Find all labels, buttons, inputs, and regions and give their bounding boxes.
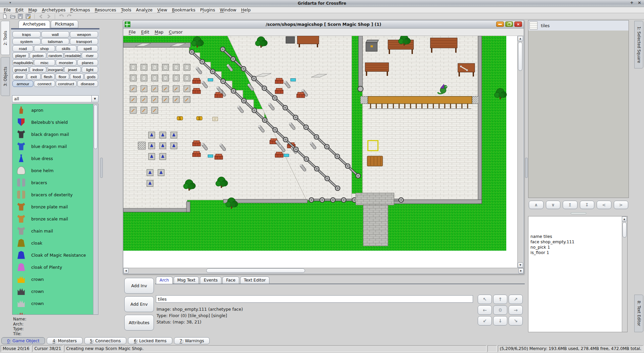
archetype-list-item[interactable] [12,309,93,315]
window-maximize-icon[interactable]: + [630,0,634,5]
category-button[interactable]: player [12,52,29,59]
view-tab[interactable]: 4: Monsters [47,337,82,344]
archetype-panel-tab[interactable]: Archetypes [18,20,50,28]
archetype-list-scrollbar[interactable] [93,104,98,314]
category-button[interactable]: misc [34,59,55,66]
menu-item[interactable]: Help [239,7,253,13]
scrollbar-thumb[interactable] [94,105,97,149]
category-button[interactable]: spell [77,45,98,52]
menu-item[interactable]: Tools [119,7,134,13]
direction-button[interactable]: 0 [493,305,507,315]
direction-button[interactable]: ↑ [493,295,507,304]
square-nav-button[interactable]: > [614,201,629,209]
archetype-list-item[interactable]: Cloak of Magic Resistance [12,249,93,261]
direction-button[interactable]: ↙ [478,316,492,325]
minimize-icon[interactable] [496,21,504,27]
save-map-as-icon[interactable] [25,14,31,19]
direction-button[interactable]: ↖ [478,295,492,304]
restore-icon[interactable] [505,21,513,27]
category-button[interactable]: floor [55,73,69,80]
scroll-right-icon[interactable]: ▶ [518,268,524,273]
category-button[interactable]: armour [12,81,33,87]
object-panel-tab[interactable]: Face [222,276,239,284]
object-name-input[interactable] [156,295,473,303]
chevron-down-icon[interactable]: ▼ [91,96,98,102]
direction-button[interactable]: ← [478,305,492,315]
category-button[interactable]: road [12,45,33,52]
archetype-list[interactable]: apron Belzebub's shield black dragon mai… [12,104,98,315]
archetype-list-item[interactable]: Belzebub's shield [12,116,93,128]
archetype-list-item[interactable]: chain mail [12,225,93,237]
archetype-list-item[interactable]: bone helm [12,164,93,176]
menu-item[interactable]: Plugins [198,7,217,13]
map-menu-item[interactable]: File [126,30,138,35]
category-button[interactable]: random [47,52,63,59]
category-button[interactable]: talisman [41,38,70,45]
menu-item[interactable]: Edit [13,7,26,13]
back-icon[interactable] [38,14,44,19]
menu-item[interactable]: File [1,7,13,13]
category-button[interactable]: skills [56,45,77,52]
category-button[interactable]: ground [12,66,29,73]
archetype-text-editor[interactable]: name tilesface shop_empty.111no_pick 1is… [528,216,628,332]
square-nav-button[interactable]: < [597,201,611,209]
category-button[interactable]: monster [56,59,77,66]
archetype-list-item[interactable]: bronze scale mail [12,213,93,225]
scroll-up-icon[interactable]: ▲ [518,36,523,41]
category-button[interactable]: readable [64,52,81,59]
category-button[interactable]: food [70,73,84,80]
category-button[interactable]: construct [56,81,77,87]
save-map-icon[interactable] [17,14,23,19]
panel-splitter[interactable] [528,211,629,214]
dock-tab[interactable]: 1: Selected Square [634,21,643,68]
archetype-panel-tab[interactable]: Pickmaps [51,20,79,28]
archetype-list-item[interactable]: blue dragon mail [12,140,93,152]
view-tab[interactable]: 6: Locked Items [128,337,172,344]
selected-square-list[interactable]: tiles [528,20,629,198]
category-button[interactable]: disease [77,81,98,87]
map-menu-item[interactable]: Map [152,30,166,35]
menu-item[interactable]: Map [26,7,39,13]
category-button[interactable]: exit [27,73,41,80]
direction-button[interactable]: ↗ [509,295,523,304]
category-button[interactable]: inorganic [47,66,63,73]
menu-item[interactable]: Window [217,7,239,13]
category-button[interactable]: indoor [30,66,46,73]
archetype-filter-combobox[interactable]: all ▼ [12,95,98,102]
archetype-list-item[interactable]: cloak [12,237,93,249]
category-button[interactable]: river [82,52,98,59]
category-button[interactable]: system [12,38,41,45]
open-map-icon[interactable] [10,14,15,19]
category-button[interactable]: transport [70,38,98,45]
scroll-left-icon[interactable]: ◀ [123,268,129,273]
menu-item[interactable]: Pickmaps [68,7,92,13]
category-button[interactable]: gods [84,73,98,80]
map-window-titlebar[interactable]: /scorn/shops/magicshop [ Scorn Magic Sho… [123,20,524,29]
object-panel-tab[interactable]: Text Editor [240,276,269,284]
archetype-list-item[interactable]: crown [12,273,93,285]
map-vertical-scrollbar[interactable]: ▲ ▼ [517,36,523,268]
square-nav-button[interactable]: ↥ [563,201,577,209]
undo-icon[interactable] [58,14,64,19]
archetype-list-item[interactable]: black dragon mail [12,128,93,140]
archetype-list-item[interactable]: cloak of Plenty [12,261,93,273]
scroll-up-icon[interactable]: ▲ [622,216,627,221]
right-splitter[interactable] [525,158,528,178]
scroll-down-icon[interactable]: ▼ [518,262,523,268]
category-button[interactable]: potion [30,52,46,59]
view-tab[interactable]: 0: Game Object [1,337,45,344]
category-button[interactable]: wall [41,31,70,38]
scrollbar-thumb[interactable] [518,42,522,71]
archetype-list-item[interactable]: apron [12,104,93,116]
menu-item[interactable]: Analyze [134,7,155,13]
dock-tab[interactable]: 2: Tools [1,21,10,55]
square-object-row[interactable]: tiles [528,20,629,31]
square-nav-button[interactable]: ∨ [546,201,561,209]
object-panel-tab[interactable]: Arch [156,276,173,284]
menu-item[interactable]: View [155,7,170,13]
direction-button[interactable]: ↓ [493,316,507,325]
map-menu-item[interactable]: Edit [138,30,152,35]
category-button[interactable]: shop [34,45,55,52]
archetype-list-item[interactable]: bracers [12,176,93,189]
forward-icon[interactable] [46,14,51,19]
